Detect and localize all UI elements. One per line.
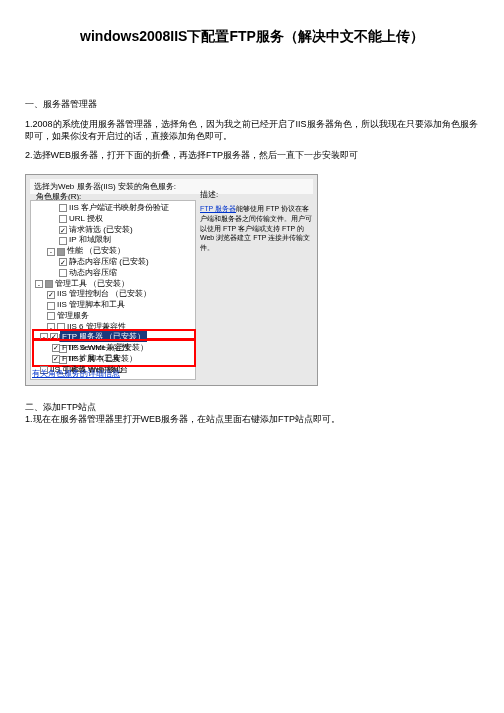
desc-link: FTP 服务器	[200, 205, 236, 212]
section1-para1: 1.2008的系统使用服务器管理器，选择角色，因为我之前已经开启了IIS服务器角…	[25, 119, 479, 142]
tree-item: IIS 管理控制台 （已安装）	[57, 289, 151, 300]
section2-para1: 1.现在在服务器管理器里打开WEB服务器，在站点里面右键添加FTP站点即可。	[25, 414, 479, 426]
description-text: FTP 服务器能够使用 FTP 协议在客户端和服务器之间传输文件。用户可以使用 …	[200, 204, 313, 253]
page-title: windows2008IIS下配置FTP服务（解决中文不能上传）	[0, 28, 504, 46]
description-header: 描述:	[200, 189, 313, 200]
tree-item: 静态内容压缩 (已安装)	[69, 257, 149, 268]
tree-ftp-item: FTP 扩展 （已安装）	[62, 353, 137, 364]
tree-item: 请求筛选 (已安装)	[69, 225, 133, 236]
tree-item: 动态内容压缩	[69, 268, 117, 279]
tree-item: IP 和域限制	[69, 235, 111, 246]
tree-ftp-item: FTP Service （已安装）	[62, 342, 148, 353]
section2-heading: 二、添加FTP站点	[25, 402, 479, 414]
section2: 二、添加FTP站点 1.现在在服务器管理器里打开WEB服务器，在站点里面右键添加…	[25, 402, 479, 425]
content: 一、服务器管理器 1.2008的系统使用服务器管理器，选择角色，因为我之前已经开…	[0, 98, 504, 425]
tree-item: 管理服务	[57, 311, 89, 322]
more-info-link[interactable]: 有关角色服务的详细信息	[32, 368, 120, 379]
tree-item: IIS 管理脚本和工具	[57, 300, 125, 311]
tree-item: URL 授权	[69, 214, 103, 225]
highlight-ftp-items: FTP Service （已安装） FTP 扩展 （已安装） IIS 可承载 W…	[32, 339, 196, 367]
tree-item: IIS 客户端证书映射身份验证	[69, 203, 169, 214]
screenshot-role-services: 选择为Web 服务器(IIS) 安装的角色服务: 角色服务(R): IIS 客户…	[25, 174, 318, 386]
tree-group: 管理工具 （已安装）	[55, 279, 129, 290]
description-pane: 描述: FTP 服务器能够使用 FTP 协议在客户端和服务器之间传输文件。用户可…	[200, 189, 313, 253]
tree-group: 性能 （已安装）	[67, 246, 125, 257]
section1-heading: 一、服务器管理器	[25, 98, 479, 111]
section1-para2: 2.选择WEB服务器，打开下面的折叠，再选择FTP服务器，然后一直下一步安装即可	[25, 150, 479, 162]
